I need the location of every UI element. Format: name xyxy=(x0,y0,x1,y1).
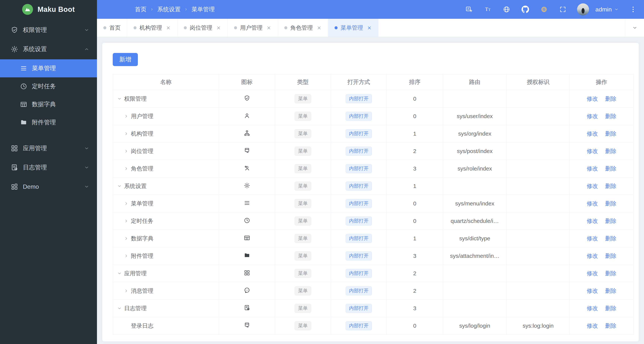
delete-link[interactable]: 删除 xyxy=(605,253,616,259)
delete-link[interactable]: 删除 xyxy=(605,183,616,189)
delete-link[interactable]: 删除 xyxy=(605,148,616,154)
add-button[interactable]: 新增 xyxy=(113,53,138,66)
close-icon[interactable] xyxy=(316,25,322,31)
app-logo: Maku Boot xyxy=(0,0,97,19)
edit-link[interactable]: 修改 xyxy=(586,96,598,102)
close-icon[interactable] xyxy=(266,25,271,31)
route-value xyxy=(443,265,507,282)
sidebar-item-attachment[interactable]: 附件管理 xyxy=(0,113,97,131)
delete-link[interactable]: 删除 xyxy=(605,235,616,241)
expand-icon[interactable] xyxy=(117,271,124,276)
delete-link[interactable]: 删除 xyxy=(605,113,616,119)
type-badge: 菜单 xyxy=(294,112,311,121)
expand-icon xyxy=(124,323,131,328)
edit-link[interactable]: 修改 xyxy=(586,305,598,311)
sidebar-item-app[interactable]: 应用管理 xyxy=(0,139,97,157)
sidebar-item-permission[interactable]: 权限管理 xyxy=(0,21,97,39)
sidebar-item-system[interactable]: 系统设置 xyxy=(0,40,97,58)
expand-icon[interactable] xyxy=(117,183,124,189)
sidebar-item-schedule[interactable]: 定时任务 xyxy=(0,77,97,95)
delete-link[interactable]: 删除 xyxy=(605,200,616,207)
doc-check-icon xyxy=(10,163,18,171)
sidebar-item-label: 系统设置 xyxy=(23,45,84,53)
auth-value xyxy=(507,178,570,195)
edit-link[interactable]: 修改 xyxy=(586,253,598,259)
translate-button[interactable]: A xyxy=(464,5,474,14)
delete-link[interactable]: 删除 xyxy=(605,305,616,311)
expand-icon[interactable] xyxy=(124,166,131,171)
expand-icon[interactable] xyxy=(124,288,131,294)
expand-icon[interactable] xyxy=(124,113,131,119)
sidebar-item-menu[interactable]: 菜单管理 xyxy=(0,59,97,77)
edit-link[interactable]: 修改 xyxy=(586,288,598,294)
edit-link[interactable]: 修改 xyxy=(586,183,598,189)
edit-link[interactable]: 修改 xyxy=(586,322,598,329)
delete-link[interactable]: 删除 xyxy=(605,270,616,276)
delete-link[interactable]: 删除 xyxy=(605,96,616,102)
user-plus-icon xyxy=(244,165,250,171)
edit-link[interactable]: 修改 xyxy=(586,148,598,154)
expand-icon[interactable] xyxy=(124,201,131,206)
globe-button[interactable] xyxy=(502,5,511,14)
ellipsis-v-icon xyxy=(629,6,637,13)
expand-icon[interactable] xyxy=(124,131,131,136)
sidebar-item-demo[interactable]: Demo xyxy=(0,178,97,196)
user-menu[interactable]: admin xyxy=(596,6,619,13)
breadcrumb-item[interactable]: 首页 xyxy=(135,6,146,13)
expand-icon[interactable] xyxy=(124,148,131,154)
tab-label: 角色管理 xyxy=(290,24,313,32)
delete-link[interactable]: 删除 xyxy=(605,288,616,294)
font-size-button[interactable]: TT xyxy=(483,5,492,14)
tab-role[interactable]: 角色管理 xyxy=(278,19,328,37)
edit-link[interactable]: 修改 xyxy=(586,130,598,137)
expand-icon[interactable] xyxy=(117,96,124,102)
sidebar-item-dict[interactable]: 数据字典 xyxy=(0,95,97,113)
delete-link[interactable]: 删除 xyxy=(605,322,616,329)
tabs-dropdown-button[interactable] xyxy=(625,19,644,37)
route-value: sys/post/index xyxy=(443,142,507,160)
delete-link[interactable]: 删除 xyxy=(605,130,616,137)
tab-home[interactable]: 首页 xyxy=(97,19,127,37)
route-value: sys/log/login xyxy=(443,317,507,334)
close-icon[interactable] xyxy=(166,25,171,31)
edit-link[interactable]: 修改 xyxy=(586,218,598,224)
refresh-button[interactable] xyxy=(119,5,128,14)
gear-icon xyxy=(244,182,250,189)
auth-value xyxy=(507,300,570,317)
fullscreen-button[interactable] xyxy=(558,5,567,14)
expand-icon[interactable] xyxy=(117,305,124,311)
github-button[interactable] xyxy=(521,5,530,14)
folder-icon xyxy=(20,119,28,126)
edit-link[interactable]: 修改 xyxy=(586,270,598,276)
edit-link[interactable]: 修改 xyxy=(586,165,598,172)
tab-post[interactable]: 岗位管理 xyxy=(178,19,228,37)
delete-link[interactable]: 删除 xyxy=(605,165,616,172)
header: 首页系统设置菜单管理 ATTGadmin xyxy=(97,0,644,19)
breadcrumb-item[interactable]: 菜单管理 xyxy=(192,6,215,13)
edit-link[interactable]: 修改 xyxy=(586,235,598,241)
breadcrumb-item[interactable]: 系统设置 xyxy=(157,6,180,13)
collapse-sidebar-button[interactable] xyxy=(103,5,112,14)
sidebar-item-log[interactable]: 日志管理 xyxy=(0,158,97,177)
tab-user[interactable]: 用户管理 xyxy=(228,19,278,37)
table-row: 系统设置 菜单 内部打开 1 修改 删除 xyxy=(113,178,634,195)
gitee-button[interactable]: G xyxy=(540,5,548,14)
menu-fold-icon xyxy=(104,6,112,13)
column-header: 图标 xyxy=(219,74,275,90)
expand-icon[interactable] xyxy=(124,253,131,259)
edit-link[interactable]: 修改 xyxy=(586,200,598,207)
expand-icon[interactable] xyxy=(124,218,131,224)
close-icon[interactable] xyxy=(216,25,221,31)
avatar[interactable] xyxy=(577,4,589,16)
tab-org[interactable]: 机构管理 xyxy=(127,19,178,37)
chev-right-icon xyxy=(150,7,154,12)
tab-menu[interactable]: 菜单管理 xyxy=(328,19,378,37)
close-icon[interactable] xyxy=(367,25,372,31)
delete-link[interactable]: 删除 xyxy=(605,218,616,224)
tab-dot xyxy=(284,26,287,29)
menu-name: 权限管理 xyxy=(124,95,147,103)
table-icon xyxy=(244,235,250,241)
expand-icon[interactable] xyxy=(124,236,131,241)
more-menu-button[interactable] xyxy=(628,5,638,14)
edit-link[interactable]: 修改 xyxy=(586,113,598,119)
